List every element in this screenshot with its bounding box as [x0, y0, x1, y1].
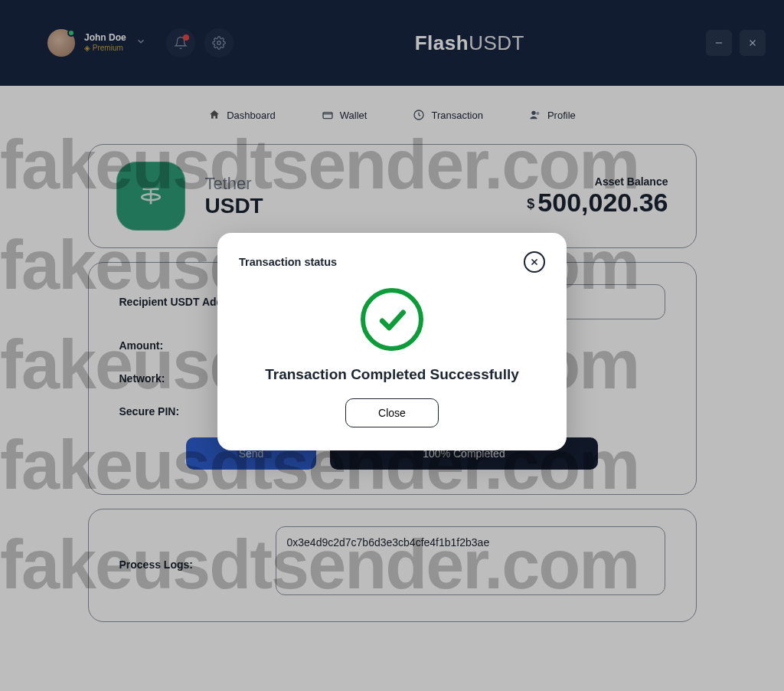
transaction-status-modal: Transaction status Transaction Completed…: [217, 233, 567, 450]
check-icon: [375, 303, 409, 336]
close-icon: [529, 257, 540, 267]
modal-close-icon-button[interactable]: [524, 251, 545, 273]
modal-body: Transaction Completed Successfully Close: [239, 288, 545, 427]
modal-title: Transaction status: [239, 256, 337, 268]
modal-close-button[interactable]: Close: [345, 398, 439, 427]
modal-header: Transaction status: [239, 251, 545, 273]
success-circle-icon: [361, 288, 423, 351]
modal-message: Transaction Completed Successfully: [265, 366, 519, 383]
